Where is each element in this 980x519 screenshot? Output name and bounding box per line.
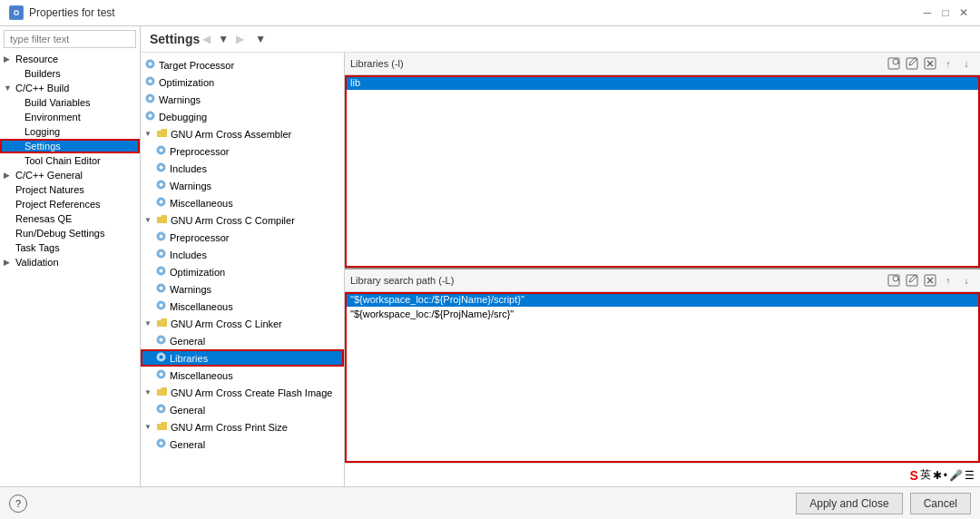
- lib-down-button[interactable]: ↓: [958, 55, 975, 72]
- stree-item-gnu-c-linker[interactable]: ▼ GNU Arm Cross C Linker: [141, 315, 344, 332]
- path-edit-button[interactable]: [904, 272, 920, 289]
- stree-item-asm-includes[interactable]: Includes: [141, 160, 344, 177]
- lib-edit-button[interactable]: [904, 55, 920, 72]
- help-button[interactable]: ?: [9, 495, 27, 513]
- stree-item-warnings[interactable]: Warnings: [141, 91, 344, 108]
- nav-arrows: ◀ ▼ ▶ ▼: [200, 32, 269, 46]
- stree-item-target-processor[interactable]: Target Processor: [141, 56, 344, 73]
- lib-delete-button[interactable]: [922, 55, 938, 72]
- tree-item-logging[interactable]: Logging: [0, 124, 140, 139]
- library-item[interactable]: lib: [345, 75, 980, 90]
- filter-input[interactable]: [4, 30, 136, 48]
- svg-point-24: [160, 269, 163, 273]
- arrow-icon: ▶: [4, 258, 13, 267]
- libraries-toolbar: ↑ ↓: [886, 55, 975, 72]
- library-search-path-label: Library search path (-L): [350, 275, 454, 286]
- tree-item-cpp-build[interactable]: ▼ C/C++ Build: [0, 81, 140, 95]
- tree-item-tool-chain-editor[interactable]: Tool Chain Editor: [0, 153, 140, 168]
- tree-item-build-variables[interactable]: Build Variables: [0, 95, 140, 110]
- stree-label: Miscellaneous: [170, 301, 233, 312]
- svg-point-20: [160, 235, 163, 239]
- tree-item-renesas-qe[interactable]: Renesas QE: [0, 211, 140, 226]
- status-icon-star[interactable]: ✱: [933, 469, 942, 482]
- path-up-button[interactable]: ↑: [940, 272, 956, 289]
- status-icon-cn[interactable]: 英: [920, 467, 931, 483]
- tree-item-project-references[interactable]: Project References: [0, 197, 140, 211]
- status-icon-dot[interactable]: •: [944, 469, 947, 482]
- gear-icon: [155, 162, 167, 175]
- search-path-item[interactable]: "${workspace_loc:/${ProjName}/script}": [345, 292, 980, 307]
- svg-point-14: [160, 166, 163, 170]
- tree-item-settings[interactable]: Settings: [0, 139, 140, 153]
- tree-item-builders[interactable]: Builders: [0, 66, 140, 81]
- svg-point-34: [160, 373, 163, 377]
- status-icon-s[interactable]: S: [909, 468, 917, 483]
- stree-item-gnu-flash[interactable]: ▼ GNU Arm Cross Create Flash Image: [141, 384, 344, 401]
- stree-item-gnu-c-compiler[interactable]: ▼ GNU Arm Cross C Compiler: [141, 211, 344, 229]
- stree-item-gnu-print-size[interactable]: ▼ GNU Arm Cross Print Size: [141, 418, 344, 436]
- lib-up-button[interactable]: ↑: [940, 55, 956, 72]
- stree-item-asm-warnings[interactable]: Warnings: [141, 177, 344, 194]
- expand-arrow-icon: ▼: [144, 388, 152, 397]
- stree-label: Warnings: [170, 284, 211, 295]
- arrow-icon: ▼: [4, 83, 13, 93]
- title-bar: Properties for test ─ □ ✕: [0, 0, 980, 26]
- svg-point-2: [15, 12, 18, 15]
- expand-arrow-icon: ▼: [144, 130, 152, 138]
- stree-item-flash-general[interactable]: General: [141, 401, 344, 418]
- stree-label: GNU Arm Cross C Compiler: [171, 215, 295, 226]
- stree-item-c-misc[interactable]: Miscellaneous: [141, 298, 344, 315]
- nav-back-button[interactable]: ◀: [200, 32, 213, 46]
- tree-item-environment[interactable]: Environment: [0, 110, 140, 124]
- gear-icon: [155, 437, 167, 451]
- minimize-button[interactable]: ─: [920, 5, 935, 20]
- tree-item-validation[interactable]: ▶ Validation: [0, 255, 140, 269]
- stree-label: Miscellaneous: [170, 198, 233, 209]
- arrow-icon: ▶: [4, 54, 13, 64]
- close-button[interactable]: ✕: [956, 5, 971, 20]
- stree-item-c-preprocessor[interactable]: Preprocessor: [141, 229, 344, 246]
- tree-item-cpp-general[interactable]: ▶ C/C++ General: [0, 168, 140, 182]
- tree-item-task-tags[interactable]: Task Tags: [0, 240, 140, 255]
- gear-icon: [155, 282, 167, 296]
- stree-item-linker-libraries[interactable]: Libraries: [141, 349, 344, 367]
- tree-item-project-natures[interactable]: Project Natures: [0, 182, 140, 197]
- lib-add-button[interactable]: [886, 55, 902, 72]
- stree-item-asm-preprocessor[interactable]: Preprocessor: [141, 142, 344, 160]
- apply-close-button[interactable]: Apply and Close: [796, 493, 902, 514]
- stree-item-print-general[interactable]: General: [141, 436, 344, 453]
- cancel-button[interactable]: Cancel: [910, 493, 971, 514]
- stree-item-debugging[interactable]: Debugging: [141, 108, 344, 125]
- stree-label: Preprocessor: [170, 146, 229, 157]
- status-icon-menu[interactable]: ☰: [965, 469, 975, 482]
- status-icon-mic[interactable]: 🎤: [949, 469, 963, 482]
- main-content: ▶ Resource Builders ▼ C/C++ Build Build …: [0, 26, 980, 486]
- svg-point-28: [160, 304, 163, 308]
- search-path-item[interactable]: "${workspace_loc:/${ProjName}/src}": [345, 307, 980, 321]
- path-add-button[interactable]: [886, 272, 902, 289]
- path-delete-button[interactable]: [922, 272, 938, 289]
- stree-label: GNU Arm Cross C Linker: [171, 318, 282, 329]
- settings-header: Settings ◀ ▼ ▶ ▼: [141, 26, 980, 53]
- stree-label: Optimization: [170, 267, 225, 278]
- search-path-toolbar: ↑ ↓: [886, 272, 975, 289]
- stree-item-linker-misc[interactable]: Miscellaneous: [141, 367, 344, 384]
- gear-icon: [144, 75, 156, 89]
- stree-item-optimization[interactable]: Optimization: [141, 73, 344, 91]
- stree-label: Optimization: [159, 77, 214, 88]
- settings-title: Settings: [150, 32, 200, 46]
- stree-item-asm-misc[interactable]: Miscellaneous: [141, 194, 344, 211]
- tree-item-resource[interactable]: ▶ Resource: [0, 52, 140, 66]
- path-down-button[interactable]: ↓: [958, 272, 975, 289]
- stree-label: Warnings: [159, 94, 201, 105]
- tree-item-run-debug[interactable]: Run/Debug Settings: [0, 226, 140, 240]
- stree-item-c-warnings[interactable]: Warnings: [141, 280, 344, 298]
- stree-item-linker-general[interactable]: General: [141, 332, 344, 349]
- stree-item-gnu-asm[interactable]: ▼ GNU Arm Cross Assembler: [141, 125, 344, 142]
- svg-point-22: [160, 252, 163, 256]
- stree-item-c-includes[interactable]: Includes: [141, 246, 344, 263]
- maximize-button[interactable]: □: [938, 5, 953, 20]
- gear-icon: [155, 196, 167, 210]
- stree-item-c-optimization[interactable]: Optimization: [141, 263, 344, 280]
- nav-forward-button[interactable]: ▶: [233, 32, 247, 46]
